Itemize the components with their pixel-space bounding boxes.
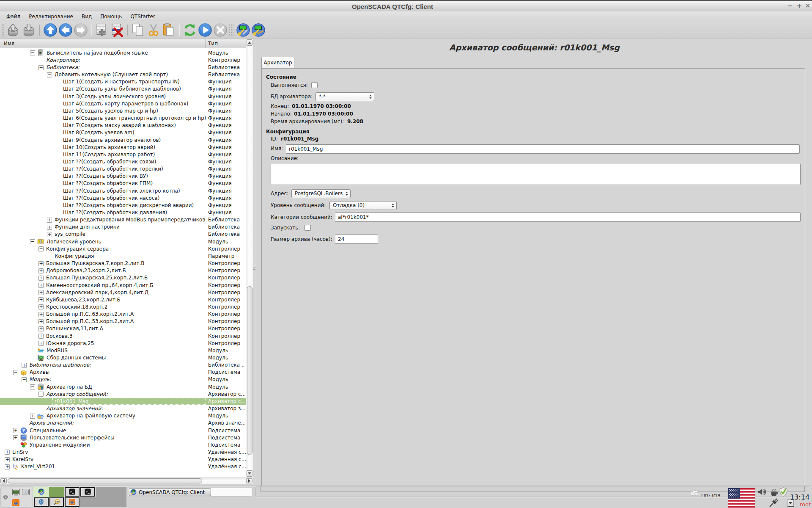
- pager-desktop-cell[interactable]: >_: [64, 487, 80, 497]
- pager-desktop-cell[interactable]: [49, 487, 65, 497]
- tree-item[interactable]: ModBUSМодуль: [0, 347, 246, 354]
- tree-item[interactable]: +Воскова,3Контроллер: [0, 333, 246, 340]
- expand-icon[interactable]: +: [13, 428, 18, 433]
- tree-item[interactable]: Шаг 8(Создать узелов am)Функция: [0, 129, 246, 136]
- tree-item[interactable]: +Каменноостровский пр.,64,корп.4,лит.БКо…: [0, 282, 246, 289]
- tree-item[interactable]: КонфигурацияПараметр: [0, 253, 246, 260]
- tree-item[interactable]: r01k001_MsgАрхиватор с...: [0, 398, 246, 405]
- expand-icon[interactable]: +: [38, 268, 44, 273]
- tree-item[interactable]: Шаг 7(Создать маску аварий в шаблонах)Фу…: [0, 122, 246, 129]
- tree-item[interactable]: Контроллер:Контроллер: [0, 57, 246, 64]
- tree-item[interactable]: +Крестовский,18,корп.2Контроллер: [0, 304, 246, 311]
- scroll-down-button[interactable]: [247, 470, 252, 477]
- archive-size-input[interactable]: [335, 235, 378, 244]
- collapse-icon[interactable]: −: [30, 50, 35, 55]
- vertical-scrollbar-thumb[interactable]: [247, 286, 252, 455]
- delete-item-button[interactable]: [110, 22, 124, 38]
- expand-icon[interactable]: +: [38, 261, 44, 266]
- menu-file[interactable]: Файл: [2, 13, 25, 20]
- save-db-button[interactable]: [22, 22, 36, 38]
- pager-desktop-cell[interactable]: [80, 497, 96, 507]
- tree-item[interactable]: +Большой пр.П.С.,63,корп.2,лит.АКонтролл…: [0, 311, 246, 318]
- spin-arrows-icon[interactable]: [390, 202, 395, 210]
- address-combo[interactable]: PostgreSQL.Boilers: [291, 189, 351, 198]
- collapse-icon[interactable]: −: [47, 72, 52, 77]
- tree-item[interactable]: Шаг 3(Создь узлы лоического уровня)Функц…: [0, 93, 246, 100]
- collapse-icon[interactable]: −: [30, 239, 35, 244]
- tree-item[interactable]: Сбор данных системыМодуль: [0, 354, 246, 362]
- collapse-icon[interactable]: −: [38, 246, 44, 251]
- pager-desktop-cell[interactable]: [64, 497, 80, 507]
- start-button[interactable]: [198, 22, 212, 38]
- expand-icon[interactable]: +: [38, 326, 44, 331]
- expand-icon[interactable]: +: [38, 276, 44, 281]
- expand-icon[interactable]: +: [38, 290, 44, 295]
- running-checkbox[interactable]: [311, 82, 318, 88]
- forward-button[interactable]: [74, 22, 88, 38]
- panel-splitter[interactable]: [253, 39, 256, 484]
- collapse-icon[interactable]: −: [13, 370, 18, 375]
- expand-icon[interactable]: +: [38, 334, 44, 339]
- pager-desktop-cell[interactable]: [96, 487, 111, 497]
- expand-icon[interactable]: +: [38, 304, 44, 309]
- cloud-icon[interactable]: [689, 489, 700, 497]
- tree-item[interactable]: Шаг ??(Создать обработчик связи)Функция: [0, 158, 246, 166]
- tree-item[interactable]: Шаг 10(Создать архиватор аврий)Функция: [0, 144, 246, 151]
- tree-item[interactable]: −Добавить котельную (Слушает свой порт)Б…: [0, 71, 246, 78]
- tree-item[interactable]: Шаг 2(Создать узлы библиотеки шаблонов)Ф…: [0, 86, 246, 93]
- minimize-button[interactable]: −: [786, 1, 794, 11]
- cut-button[interactable]: [146, 22, 161, 38]
- tree-item[interactable]: −Вычислитель на java подобном языкеМодул…: [0, 50, 246, 57]
- tree-item[interactable]: Шаг 5(Создать узелов map ср и hp)Функция: [0, 108, 246, 115]
- tree-item[interactable]: +Пользовательские интерфейсыПодсистема: [0, 434, 246, 442]
- tree-item[interactable]: +Функции для настройкиБиблиотека: [0, 224, 246, 231]
- expand-icon[interactable]: +: [38, 283, 44, 288]
- tree-item[interactable]: Шаг ??(Создать обработчик дискретной ава…: [0, 202, 246, 209]
- back-button[interactable]: [58, 22, 73, 38]
- maximize-button[interactable]: +: [795, 1, 804, 11]
- load-db-button[interactable]: [7, 22, 21, 38]
- message-categories-input[interactable]: [335, 213, 801, 222]
- shield-check-icon[interactable]: [779, 487, 787, 498]
- expand-icon[interactable]: +: [47, 225, 52, 230]
- pager-desktop-cell[interactable]: [111, 487, 126, 497]
- tree-column-type[interactable]: Тип: [206, 39, 246, 49]
- collapse-icon[interactable]: −: [30, 384, 35, 389]
- tree-item[interactable]: +Ропшинская,11,лит.АКонтроллер: [0, 325, 246, 332]
- tree-item[interactable]: −Модуль:Модуль: [0, 376, 246, 383]
- pager-desktop-cell[interactable]: [111, 497, 126, 507]
- tree-item[interactable]: +Библиотека шаблонов:Библиотека ..: [0, 362, 246, 369]
- pager-desktop-cell[interactable]: >_: [80, 487, 96, 497]
- expand-icon[interactable]: +: [5, 457, 10, 462]
- tree-item[interactable]: +Karel_Virt201Удалённая с...: [0, 463, 246, 470]
- message-level-combo[interactable]: Отладка (0): [329, 201, 397, 210]
- firefox-icon[interactable]: [12, 499, 19, 508]
- expand-icon[interactable]: +: [47, 232, 52, 237]
- tree-item[interactable]: Шаг 1(Создать и настроить транспорты IN)…: [0, 78, 246, 86]
- tree-item[interactable]: Шаг 9(Создать архиватор аналогов)Функция: [0, 137, 246, 144]
- expand-icon[interactable]: +: [30, 414, 35, 419]
- pager-desktop-cell[interactable]: [33, 487, 49, 497]
- tree-item[interactable]: +LinSrvУдалённая с...: [0, 449, 246, 456]
- stop-button[interactable]: [213, 22, 228, 38]
- tree-item[interactable]: Архив значений:Архив значе...: [0, 420, 246, 427]
- tree-item[interactable]: +Большая Пушкарская,7,корп.2,лит.ВКонтро…: [0, 260, 246, 267]
- tree-item[interactable]: +Куйбышева,23,корп.2,лит.БКонтроллер: [0, 296, 246, 304]
- expand-icon[interactable]: +: [47, 218, 52, 223]
- refresh-button[interactable]: [183, 22, 197, 38]
- tree-item[interactable]: −АрхивыПодсистема: [0, 369, 246, 376]
- tree-item[interactable]: −Библиотека:Библиотека: [0, 64, 246, 71]
- tree-item[interactable]: Шаг ??(Создать обработчик горелки)Функци…: [0, 166, 246, 173]
- scroll-up-button[interactable]: [247, 39, 252, 46]
- name-input[interactable]: [286, 144, 800, 154]
- pager-desktop-cell[interactable]: [96, 497, 111, 507]
- toolbar-handle[interactable]: [228, 23, 234, 37]
- tree-item[interactable]: +Функции редактирования ModBus приемопер…: [0, 216, 246, 224]
- expand-icon[interactable]: +: [22, 363, 27, 368]
- collapse-icon[interactable]: −: [22, 377, 27, 382]
- tab-archiver[interactable]: Архиватор: [261, 57, 294, 68]
- add-item-button[interactable]: [95, 22, 109, 38]
- scroll-right-button[interactable]: [246, 478, 252, 483]
- tree-item[interactable]: −Архиватор на БДМодуль: [0, 384, 246, 391]
- tree-item[interactable]: Шаг 11(Создать архиватор работ)Функция: [0, 151, 246, 158]
